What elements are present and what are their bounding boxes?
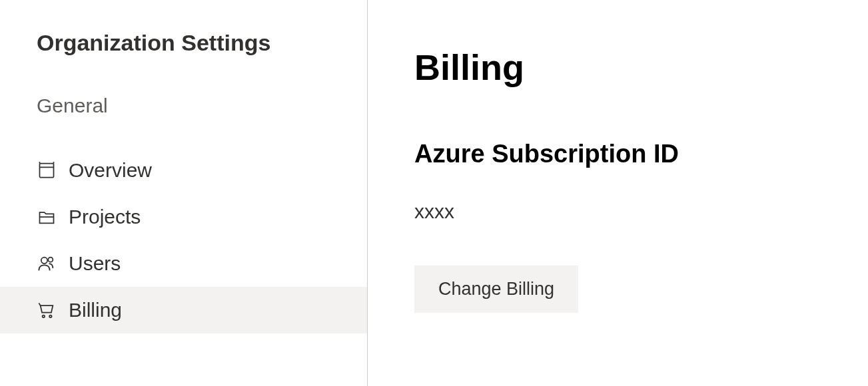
subscription-id-label: Azure Subscription ID [414,140,821,168]
main-content: Billing Azure Subscription ID xxxx Chang… [368,0,868,386]
sidebar-section-label: General [0,95,367,117]
sidebar-item-label: Billing [69,299,122,321]
svg-point-8 [43,315,45,318]
subscription-id-value: xxxx [414,200,821,223]
cart-icon [37,300,57,320]
page-title: Billing [414,47,821,88]
sidebar-item-label: Overview [69,159,152,182]
sidebar-item-billing[interactable]: Billing [0,287,367,333]
sidebar: Organization Settings General Overview P… [0,0,368,386]
users-icon [37,254,57,274]
folder-icon [37,207,57,227]
change-billing-button[interactable]: Change Billing [414,266,578,313]
svg-point-5 [41,258,47,264]
sidebar-item-label: Users [69,252,121,275]
sidebar-title: Organization Settings [0,30,367,56]
sidebar-item-overview[interactable]: Overview [0,147,367,194]
sidebar-item-users[interactable]: Users [0,240,367,287]
svg-point-9 [49,315,52,318]
overview-icon [37,160,57,180]
sidebar-item-projects[interactable]: Projects [0,194,367,240]
sidebar-item-label: Projects [69,206,141,228]
svg-point-6 [48,258,53,262]
svg-rect-0 [40,164,54,178]
svg-line-7 [39,303,40,306]
